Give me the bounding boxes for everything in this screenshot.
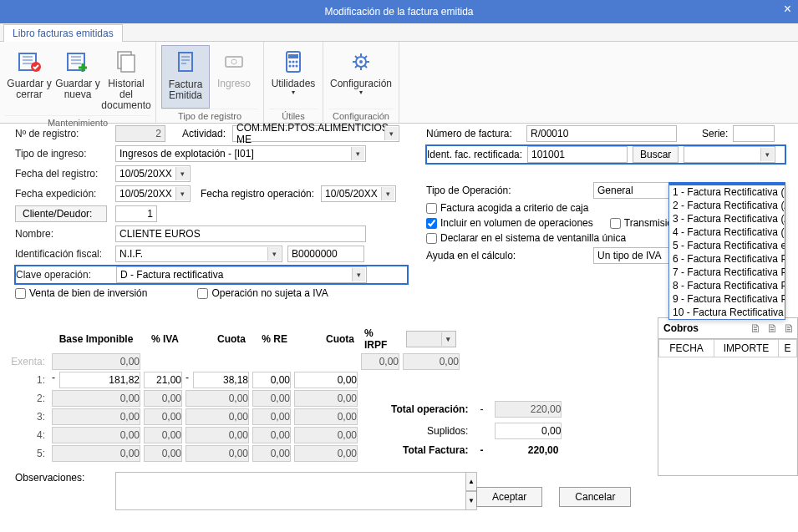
save-close-button[interactable]: Guardar y cerrar (5, 45, 53, 115)
num-factura-field[interactable] (526, 125, 677, 142)
history-button[interactable]: Historial del documento (102, 45, 150, 115)
cancelar-button[interactable]: Cancelar (559, 487, 631, 507)
svg-point-14 (292, 65, 295, 68)
ingreso-button[interactable]: Ingreso (210, 45, 258, 109)
suplidos-field[interactable] (495, 423, 562, 439)
group-tipo-registro: Tipo de registro (161, 109, 258, 121)
cliente-button[interactable]: Cliente/Deudor: (15, 205, 107, 222)
fecha-registro-field[interactable]: 10/05/20XX▾ (115, 165, 191, 182)
nombre-label: Nombre: (15, 228, 115, 240)
chevron-down-icon: ▾ (384, 127, 398, 140)
nombre-field[interactable] (115, 225, 366, 242)
svg-point-11 (292, 61, 295, 63)
group-utiles: Útiles (269, 109, 318, 121)
tipo-rect-select[interactable]: ▾ (684, 146, 775, 163)
dropdown-option[interactable]: 5 - Factura Rectificativa e (669, 239, 785, 252)
aceptar-button[interactable]: Aceptar (476, 487, 542, 507)
actividad-select[interactable]: COM.MEN.PTOS.ALIMENTICIOS ME▾ (232, 125, 399, 142)
svg-point-12 (296, 61, 298, 63)
svg-point-10 (289, 61, 292, 63)
ayuda-calc-label: Ayuda en el cálculo: (426, 250, 593, 261)
exenta-base (52, 353, 140, 370)
save-new-icon (64, 48, 91, 75)
clave-op-label: Clave operación: (16, 269, 116, 281)
dropdown-option[interactable]: 1 - Factura Rectificativa (E (669, 185, 785, 199)
svg-rect-4 (121, 55, 135, 72)
titlebar: Modificación de la factura emitida × (0, 0, 798, 23)
col-cuota2: Cuota (292, 326, 359, 352)
save-new-button[interactable]: Guardar y nueva (53, 45, 102, 115)
chevron-down-icon: ▾ (352, 268, 365, 281)
del-doc-icon[interactable]: 🗎 (780, 318, 797, 338)
calculator-icon (280, 48, 307, 75)
observaciones-field[interactable] (115, 472, 466, 510)
ribbon-tabstrip: Libro facturas emitidas (0, 23, 798, 42)
cobros-table: FECHA IMPORTE E (658, 339, 797, 357)
svg-point-13 (289, 65, 292, 68)
fecha-reg-op-field[interactable]: 10/05/20XX▾ (321, 185, 396, 202)
r1-cuota2[interactable] (294, 372, 358, 388)
dropdown-option[interactable]: 3 - Factura Rectificativa (A (669, 212, 785, 225)
exenta-irpf (361, 353, 399, 370)
clave-op-select[interactable]: D - Factura rectificativa▾ (116, 266, 367, 283)
table-row: 1: - - (0, 371, 461, 389)
dropdown-option[interactable]: 4 - Factura Rectificativa (F (669, 225, 785, 239)
ident-fiscal-num-field[interactable] (287, 246, 364, 262)
dropdown-option[interactable]: 9 - Factura Rectificativa P (669, 292, 785, 306)
incluir-volumen-checkbox[interactable]: Incluir en volumen de operaciones (426, 217, 593, 229)
utilidades-button[interactable]: Utilidades ▾ (269, 45, 318, 109)
spin-down-icon[interactable]: ▼ (465, 491, 477, 510)
chevron-down-icon: ▾ (760, 148, 774, 161)
venta-inversion-checkbox[interactable]: Venta de bien de inversión (15, 287, 147, 299)
buscar-button[interactable]: Buscar (633, 146, 679, 163)
tipo-ingreso-label: Tipo de ingreso: (15, 148, 115, 160)
save-close-icon (16, 48, 43, 75)
serie-field[interactable] (733, 125, 775, 142)
totals: Total operación:- Suplidos: Total Factur… (384, 398, 568, 459)
ident-rect-field[interactable] (527, 146, 628, 163)
r1-base[interactable] (59, 372, 140, 388)
factura-emitida-button[interactable]: Factura Emitida (161, 45, 210, 109)
chevron-down-icon: ▾ (175, 167, 189, 180)
fecha-registro-label: Fecha del registro: (15, 168, 115, 180)
cobros-panel: Cobros 🗎 🗎 🗎 FECHA IMPORTE E (658, 317, 798, 476)
close-icon[interactable]: × (784, 2, 791, 17)
exenta-irpf2 (403, 353, 460, 370)
fecha-exp-field[interactable]: 10/05/20XX▾ (115, 185, 191, 202)
r1-iva[interactable] (144, 372, 182, 388)
dropdown-option[interactable]: 7 - Factura Rectificativa P (669, 266, 785, 279)
chevron-down-icon: ▾ (292, 89, 295, 97)
serie-label: Serie: (702, 128, 728, 139)
chevron-down-icon: ▾ (359, 89, 363, 97)
dropdown-option[interactable]: 8 - Factura Rectificativa P (669, 279, 785, 292)
total-op-field (495, 401, 562, 418)
col-re: % RE (251, 326, 292, 352)
dropdown-option[interactable]: 6 - Factura Rectificativa P (669, 252, 785, 266)
tipo-ingreso-select[interactable]: Ingresos de explotación - [I01]▾ (115, 145, 366, 162)
svg-point-17 (359, 60, 363, 63)
ident-fiscal-label: Identificación fiscal: (15, 248, 115, 260)
add-doc-icon[interactable]: 🗎 (764, 318, 780, 338)
tab-libro-facturas[interactable]: Libro facturas emitidas (3, 24, 123, 42)
new-doc-icon[interactable]: 🗎 (747, 318, 764, 338)
declarar-ventanilla-checkbox[interactable]: Declarar en el sistema de ventanilla úni… (426, 232, 626, 244)
group-configuracion: Configuración (328, 109, 394, 121)
gear-icon (348, 48, 374, 75)
configuracion-button[interactable]: Configuración ▾ (328, 45, 394, 109)
dropdown-option[interactable]: 2 - Factura Rectificativa (A (669, 199, 785, 212)
ident-rect-label: Ident. fac. rectificada: (427, 149, 527, 160)
cliente-field[interactable] (115, 205, 157, 222)
dropdown-option[interactable]: 10 - Factura Rectificativa (669, 306, 785, 319)
r1-cuota1[interactable] (193, 372, 249, 388)
col-e: E (779, 340, 797, 357)
r1-re[interactable] (252, 372, 291, 388)
ident-fiscal-tipo-select[interactable]: N.I.F.▾ (115, 246, 282, 262)
irpf-select[interactable]: ▾ (406, 331, 456, 347)
factura-caja-checkbox[interactable]: Factura acogida a criterio de caja (426, 202, 588, 214)
col-fecha: FECHA (659, 340, 714, 357)
n-registro-field (115, 125, 165, 142)
tipo-rect-dropdown[interactable]: 1 - Factura Rectificativa (E 2 - Factura… (668, 182, 785, 320)
spin-up-icon[interactable]: ▲ (465, 472, 477, 491)
tipo-op-label: Tipo de Operación: (426, 185, 593, 196)
op-no-iva-checkbox[interactable]: Operación no sujeta a IVA (197, 287, 328, 299)
